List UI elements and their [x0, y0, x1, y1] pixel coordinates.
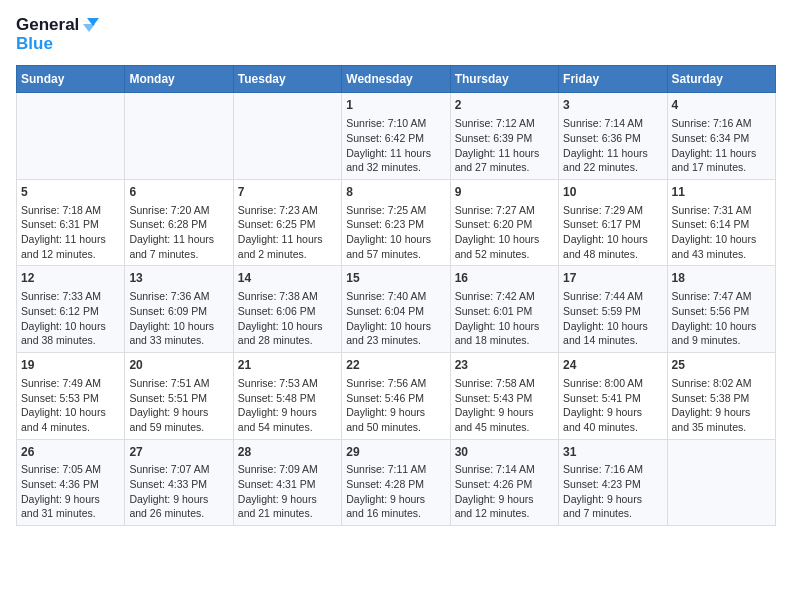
day-info: Sunrise: 7:44 AM Sunset: 5:59 PM Dayligh… — [563, 289, 662, 348]
day-info: Sunrise: 7:36 AM Sunset: 6:09 PM Dayligh… — [129, 289, 228, 348]
calendar-cell: 28Sunrise: 7:09 AM Sunset: 4:31 PM Dayli… — [233, 439, 341, 526]
day-header-saturday: Saturday — [667, 66, 775, 93]
calendar-cell: 29Sunrise: 7:11 AM Sunset: 4:28 PM Dayli… — [342, 439, 450, 526]
day-number: 9 — [455, 184, 554, 201]
day-info: Sunrise: 7:12 AM Sunset: 6:39 PM Dayligh… — [455, 116, 554, 175]
day-number: 25 — [672, 357, 771, 374]
calendar-cell: 11Sunrise: 7:31 AM Sunset: 6:14 PM Dayli… — [667, 179, 775, 266]
day-info: Sunrise: 7:09 AM Sunset: 4:31 PM Dayligh… — [238, 462, 337, 521]
day-info: Sunrise: 7:16 AM Sunset: 4:23 PM Dayligh… — [563, 462, 662, 521]
day-info: Sunrise: 7:11 AM Sunset: 4:28 PM Dayligh… — [346, 462, 445, 521]
calendar-cell: 20Sunrise: 7:51 AM Sunset: 5:51 PM Dayli… — [125, 353, 233, 440]
calendar-cell: 14Sunrise: 7:38 AM Sunset: 6:06 PM Dayli… — [233, 266, 341, 353]
day-number: 19 — [21, 357, 120, 374]
calendar-cell: 30Sunrise: 7:14 AM Sunset: 4:26 PM Dayli… — [450, 439, 558, 526]
day-number: 16 — [455, 270, 554, 287]
day-number: 26 — [21, 444, 120, 461]
calendar-cell: 22Sunrise: 7:56 AM Sunset: 5:46 PM Dayli… — [342, 353, 450, 440]
day-info: Sunrise: 7:16 AM Sunset: 6:34 PM Dayligh… — [672, 116, 771, 175]
day-info: Sunrise: 7:20 AM Sunset: 6:28 PM Dayligh… — [129, 203, 228, 262]
day-info: Sunrise: 7:56 AM Sunset: 5:46 PM Dayligh… — [346, 376, 445, 435]
day-number: 10 — [563, 184, 662, 201]
day-number: 31 — [563, 444, 662, 461]
calendar-cell: 8Sunrise: 7:25 AM Sunset: 6:23 PM Daylig… — [342, 179, 450, 266]
calendar-cell — [233, 93, 341, 180]
day-info: Sunrise: 7:10 AM Sunset: 6:42 PM Dayligh… — [346, 116, 445, 175]
day-info: Sunrise: 7:05 AM Sunset: 4:36 PM Dayligh… — [21, 462, 120, 521]
day-number: 14 — [238, 270, 337, 287]
calendar-header: SundayMondayTuesdayWednesdayThursdayFrid… — [17, 66, 776, 93]
day-info: Sunrise: 7:33 AM Sunset: 6:12 PM Dayligh… — [21, 289, 120, 348]
day-number: 1 — [346, 97, 445, 114]
calendar-cell: 4Sunrise: 7:16 AM Sunset: 6:34 PM Daylig… — [667, 93, 775, 180]
day-number: 21 — [238, 357, 337, 374]
day-info: Sunrise: 7:31 AM Sunset: 6:14 PM Dayligh… — [672, 203, 771, 262]
day-number: 11 — [672, 184, 771, 201]
logo: General Blue — [16, 16, 99, 53]
day-number: 29 — [346, 444, 445, 461]
day-number: 12 — [21, 270, 120, 287]
logo-text: General Blue — [16, 16, 99, 53]
calendar-cell: 6Sunrise: 7:20 AM Sunset: 6:28 PM Daylig… — [125, 179, 233, 266]
calendar-cell: 18Sunrise: 7:47 AM Sunset: 5:56 PM Dayli… — [667, 266, 775, 353]
calendar-cell: 10Sunrise: 7:29 AM Sunset: 6:17 PM Dayli… — [559, 179, 667, 266]
calendar-cell: 23Sunrise: 7:58 AM Sunset: 5:43 PM Dayli… — [450, 353, 558, 440]
calendar-cell: 27Sunrise: 7:07 AM Sunset: 4:33 PM Dayli… — [125, 439, 233, 526]
day-number: 23 — [455, 357, 554, 374]
day-number: 7 — [238, 184, 337, 201]
day-info: Sunrise: 7:53 AM Sunset: 5:48 PM Dayligh… — [238, 376, 337, 435]
calendar-cell: 1Sunrise: 7:10 AM Sunset: 6:42 PM Daylig… — [342, 93, 450, 180]
page-header: General Blue — [16, 16, 776, 53]
day-info: Sunrise: 7:49 AM Sunset: 5:53 PM Dayligh… — [21, 376, 120, 435]
day-info: Sunrise: 7:38 AM Sunset: 6:06 PM Dayligh… — [238, 289, 337, 348]
calendar-cell: 7Sunrise: 7:23 AM Sunset: 6:25 PM Daylig… — [233, 179, 341, 266]
day-number: 30 — [455, 444, 554, 461]
day-number: 24 — [563, 357, 662, 374]
day-number: 28 — [238, 444, 337, 461]
calendar-cell: 16Sunrise: 7:42 AM Sunset: 6:01 PM Dayli… — [450, 266, 558, 353]
day-number: 2 — [455, 97, 554, 114]
day-header-friday: Friday — [559, 66, 667, 93]
day-number: 4 — [672, 97, 771, 114]
calendar-cell: 25Sunrise: 8:02 AM Sunset: 5:38 PM Dayli… — [667, 353, 775, 440]
day-header-tuesday: Tuesday — [233, 66, 341, 93]
day-number: 5 — [21, 184, 120, 201]
day-info: Sunrise: 7:14 AM Sunset: 4:26 PM Dayligh… — [455, 462, 554, 521]
calendar-cell: 26Sunrise: 7:05 AM Sunset: 4:36 PM Dayli… — [17, 439, 125, 526]
day-info: Sunrise: 7:18 AM Sunset: 6:31 PM Dayligh… — [21, 203, 120, 262]
day-info: Sunrise: 7:42 AM Sunset: 6:01 PM Dayligh… — [455, 289, 554, 348]
day-info: Sunrise: 7:14 AM Sunset: 6:36 PM Dayligh… — [563, 116, 662, 175]
day-number: 6 — [129, 184, 228, 201]
day-info: Sunrise: 7:47 AM Sunset: 5:56 PM Dayligh… — [672, 289, 771, 348]
day-number: 3 — [563, 97, 662, 114]
calendar-cell: 17Sunrise: 7:44 AM Sunset: 5:59 PM Dayli… — [559, 266, 667, 353]
calendar-cell: 31Sunrise: 7:16 AM Sunset: 4:23 PM Dayli… — [559, 439, 667, 526]
calendar-cell: 12Sunrise: 7:33 AM Sunset: 6:12 PM Dayli… — [17, 266, 125, 353]
calendar-cell: 2Sunrise: 7:12 AM Sunset: 6:39 PM Daylig… — [450, 93, 558, 180]
day-info: Sunrise: 7:23 AM Sunset: 6:25 PM Dayligh… — [238, 203, 337, 262]
day-info: Sunrise: 7:58 AM Sunset: 5:43 PM Dayligh… — [455, 376, 554, 435]
day-info: Sunrise: 7:27 AM Sunset: 6:20 PM Dayligh… — [455, 203, 554, 262]
day-header-sunday: Sunday — [17, 66, 125, 93]
calendar-cell: 3Sunrise: 7:14 AM Sunset: 6:36 PM Daylig… — [559, 93, 667, 180]
calendar-cell: 13Sunrise: 7:36 AM Sunset: 6:09 PM Dayli… — [125, 266, 233, 353]
day-number: 27 — [129, 444, 228, 461]
day-header-wednesday: Wednesday — [342, 66, 450, 93]
day-number: 20 — [129, 357, 228, 374]
calendar-cell: 21Sunrise: 7:53 AM Sunset: 5:48 PM Dayli… — [233, 353, 341, 440]
day-number: 18 — [672, 270, 771, 287]
day-number: 17 — [563, 270, 662, 287]
day-info: Sunrise: 7:51 AM Sunset: 5:51 PM Dayligh… — [129, 376, 228, 435]
calendar-cell — [17, 93, 125, 180]
calendar-cell: 19Sunrise: 7:49 AM Sunset: 5:53 PM Dayli… — [17, 353, 125, 440]
day-number: 8 — [346, 184, 445, 201]
day-info: Sunrise: 7:07 AM Sunset: 4:33 PM Dayligh… — [129, 462, 228, 521]
day-info: Sunrise: 7:40 AM Sunset: 6:04 PM Dayligh… — [346, 289, 445, 348]
calendar-cell: 15Sunrise: 7:40 AM Sunset: 6:04 PM Dayli… — [342, 266, 450, 353]
day-info: Sunrise: 8:00 AM Sunset: 5:41 PM Dayligh… — [563, 376, 662, 435]
calendar-cell: 9Sunrise: 7:27 AM Sunset: 6:20 PM Daylig… — [450, 179, 558, 266]
day-number: 13 — [129, 270, 228, 287]
day-info: Sunrise: 8:02 AM Sunset: 5:38 PM Dayligh… — [672, 376, 771, 435]
day-info: Sunrise: 7:25 AM Sunset: 6:23 PM Dayligh… — [346, 203, 445, 262]
day-info: Sunrise: 7:29 AM Sunset: 6:17 PM Dayligh… — [563, 203, 662, 262]
